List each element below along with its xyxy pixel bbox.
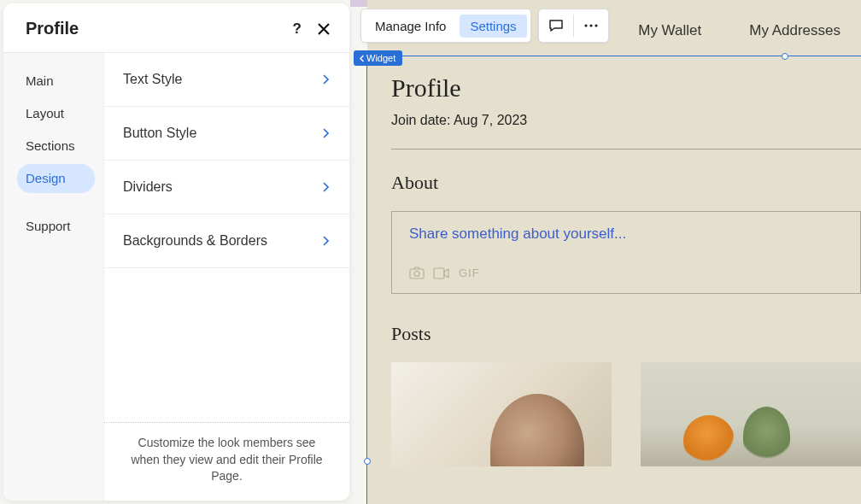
- panel-header: Profile ?: [3, 3, 349, 53]
- widget-badge[interactable]: Widget: [354, 50, 402, 66]
- option-label: Dividers: [123, 179, 173, 195]
- manage-info-button[interactable]: Manage Info: [365, 15, 456, 38]
- gif-button[interactable]: GIF: [459, 267, 480, 279]
- nav-item-support[interactable]: Support: [17, 212, 95, 241]
- more-options-icon[interactable]: [577, 13, 605, 38]
- option-label: Backgrounds & Borders: [123, 233, 267, 249]
- svg-point-5: [594, 24, 597, 26]
- svg-point-4: [589, 24, 592, 26]
- chevron-right-icon: [322, 128, 329, 138]
- media-attachment-row: GIF: [409, 267, 843, 279]
- option-label: Button Style: [123, 126, 196, 141]
- nav-item-sections[interactable]: Sections: [17, 132, 95, 161]
- about-placeholder: Share something about yourself...: [409, 226, 843, 243]
- section-divider: [391, 149, 861, 149]
- svg-rect-2: [434, 268, 444, 278]
- profile-heading: Profile: [391, 73, 861, 103]
- option-dividers[interactable]: Dividers: [104, 161, 349, 214]
- post-thumbnail[interactable]: [641, 362, 861, 466]
- posts-heading: Posts: [391, 323, 861, 345]
- panel-title: Profile: [26, 19, 79, 38]
- posts-grid: [391, 362, 861, 466]
- chevron-right-icon: [322, 182, 329, 192]
- profile-widget-content: Profile Join date: Aug 7, 2023 About Sha…: [391, 73, 861, 466]
- chevron-right-icon: [322, 236, 329, 246]
- widget-floating-toolbar: Manage Info Settings: [360, 9, 609, 43]
- option-backgrounds-borders[interactable]: Backgrounds & Borders: [104, 214, 349, 268]
- toolbar-divider: [573, 15, 574, 37]
- profile-settings-panel: Profile ? Main Layout Sections Design Su…: [3, 3, 349, 501]
- svg-rect-0: [410, 269, 424, 278]
- design-options-list: Text Style Button Style Dividers Backgro…: [104, 53, 349, 501]
- help-icon[interactable]: ?: [293, 21, 302, 38]
- settings-button[interactable]: Settings: [460, 15, 526, 38]
- profile-nav-tabs: My Wallet My Addresses: [638, 22, 861, 39]
- about-heading: About: [391, 172, 861, 194]
- toolbar-icon-group: [538, 9, 609, 43]
- video-icon[interactable]: [433, 267, 450, 279]
- join-date-text: Join date: Aug 7, 2023: [391, 113, 861, 128]
- nav-item-main[interactable]: Main: [17, 67, 95, 96]
- panel-footer-help-text: Customize the look members see when they…: [104, 422, 349, 501]
- tab-my-wallet[interactable]: My Wallet: [638, 22, 701, 39]
- chevron-right-icon: [322, 74, 329, 85]
- about-input-box[interactable]: Share something about yourself... GIF: [391, 211, 861, 294]
- comment-icon[interactable]: [542, 13, 570, 38]
- nav-item-design[interactable]: Design: [17, 164, 95, 193]
- nav-item-layout[interactable]: Layout: [17, 99, 95, 128]
- post-thumbnail[interactable]: [391, 362, 612, 466]
- tab-my-addresses[interactable]: My Addresses: [749, 22, 840, 39]
- toolbar-action-group: Manage Info Settings: [360, 9, 531, 43]
- svg-point-3: [584, 24, 587, 26]
- svg-point-1: [414, 272, 419, 277]
- panel-side-nav: Main Layout Sections Design Support: [3, 53, 104, 501]
- option-button-style[interactable]: Button Style: [104, 107, 349, 161]
- option-label: Text Style: [123, 72, 182, 87]
- close-icon[interactable]: [317, 22, 331, 36]
- option-text-style[interactable]: Text Style: [104, 53, 349, 107]
- widget-badge-label: Widget: [366, 53, 395, 63]
- profile-preview-canvas: My Wallet My Addresses Profile Join date…: [367, 0, 861, 504]
- camera-icon[interactable]: [409, 267, 425, 279]
